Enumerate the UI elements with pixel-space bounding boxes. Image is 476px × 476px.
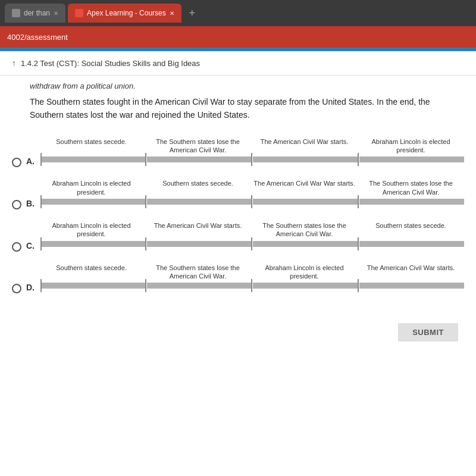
option-row-b: Abraham Lincoln is elected president. So… [12, 179, 464, 209]
timeline-bar-b [40, 199, 464, 205]
back-icon[interactable]: ↑ [12, 58, 16, 68]
seg-b-2 [147, 199, 253, 205]
option-row-a: Southern states secede. The Southern sta… [12, 137, 464, 168]
event-c-2: The American Civil War starts. [145, 221, 251, 239]
option-label-row-a: A. [12, 156, 464, 167]
event-d-4: The American Civil War starts. [358, 264, 464, 281]
timeline-d: Southern states secede. The Southern sta… [38, 264, 464, 281]
content-area: ↑ 1.4.2 Test (CST): Social Studies Skill… [0, 51, 476, 476]
seg-d-3 [253, 283, 359, 289]
seg-a-1 [40, 156, 147, 162]
tab-der-than[interactable]: der than ✕ [5, 4, 65, 23]
option-label-row-b: B. [12, 199, 464, 209]
address-bar: 4002/assessment [0, 26, 476, 48]
seg-c-3 [253, 241, 359, 247]
event-b-1: Abraham Lincoln is elected president. [38, 179, 145, 196]
event-a-3: The American Civil War starts. [251, 137, 358, 155]
tab-apex[interactable]: Apex Learning - Courses ✕ [68, 4, 181, 23]
event-c-3: The Southern states lose the American Ci… [251, 221, 358, 239]
event-a-4: Abraham Lincoln is elected president. [358, 137, 464, 155]
events-row-c: Abraham Lincoln is elected president. Th… [38, 221, 464, 239]
events-row-a: Southern states secede. The Southern sta… [38, 137, 464, 155]
seg-b-1 [40, 199, 147, 205]
tab-close-2[interactable]: ✕ [170, 10, 174, 17]
question-area: Southern states secede. The Southern sta… [0, 137, 476, 317]
passage-area: withdraw from a political union. The Sou… [0, 76, 476, 137]
events-row-d: Southern states secede. The Southern sta… [38, 264, 464, 281]
event-b-3: The American Civil War War starts. [251, 179, 358, 196]
tab-icon-1 [12, 9, 20, 17]
event-d-2: The Southern states lose the American Ci… [145, 264, 251, 281]
seg-a-2 [147, 156, 253, 162]
tab-icon-2 [75, 9, 83, 17]
event-c-1: Abraham Lincoln is elected president. [38, 221, 145, 239]
option-row-c: Abraham Lincoln is elected president. Th… [12, 221, 464, 252]
seg-d-4 [359, 283, 465, 289]
passage-partial: withdraw from a political union. [30, 82, 458, 90]
event-d-3: Abraham Lincoln is elected president. [251, 264, 358, 281]
timeline-c: Abraham Lincoln is elected president. Th… [38, 221, 464, 239]
option-row-d: Southern states secede. The Southern sta… [12, 264, 464, 294]
event-c-4: Southern states secede. [358, 221, 464, 239]
event-b-4: The Southern states lose the American Ci… [358, 179, 464, 196]
timeline-bar-d [40, 283, 464, 289]
tab-label-1: der than [24, 9, 50, 17]
timeline-a: Southern states secede. The Southern sta… [38, 137, 464, 155]
submit-area: SUBMIT [0, 317, 476, 353]
tab-label-2: Apex Learning - Courses [87, 9, 166, 17]
address-text: 4002/assessment [7, 33, 68, 42]
seg-c-4 [359, 241, 465, 247]
header-title: 1.4.2 Test (CST): Social Studies Skills … [21, 59, 200, 68]
seg-a-4 [359, 156, 465, 162]
option-letter-d: D. [26, 283, 38, 292]
add-tab-button[interactable]: + [184, 5, 201, 21]
radio-a[interactable] [12, 158, 21, 167]
radio-b[interactable] [12, 200, 21, 209]
seg-a-3 [253, 156, 359, 162]
option-letter-a: A. [26, 156, 38, 166]
event-a-2: The Southern states lose the American Ci… [145, 137, 251, 155]
events-row-b: Abraham Lincoln is elected president. So… [38, 179, 464, 196]
option-letter-c: C. [26, 241, 38, 250]
event-a-1: Southern states secede. [38, 137, 145, 155]
submit-button[interactable]: SUBMIT [398, 323, 458, 342]
radio-d[interactable] [12, 284, 21, 293]
event-b-2: Southern states secede. [145, 179, 251, 196]
browser-chrome: der than ✕ Apex Learning - Courses ✕ + [0, 0, 476, 26]
seg-d-2 [147, 283, 253, 289]
option-letter-b: B. [26, 199, 38, 208]
seg-b-3 [253, 199, 359, 205]
event-d-1: Southern states secede. [38, 264, 145, 281]
seg-d-1 [40, 283, 147, 289]
passage-body: The Southern states fought in the Americ… [30, 95, 458, 122]
option-label-row-c: C. [12, 241, 464, 252]
radio-c[interactable] [12, 242, 21, 252]
timeline-b: Abraham Lincoln is elected president. So… [38, 179, 464, 196]
option-label-row-d: D. [12, 283, 464, 293]
seg-c-2 [147, 241, 253, 247]
page-header: ↑ 1.4.2 Test (CST): Social Studies Skill… [0, 51, 476, 76]
seg-c-1 [40, 241, 147, 247]
tab-close-1[interactable]: ✕ [54, 10, 58, 17]
seg-b-4 [359, 199, 465, 205]
timeline-bar-c [40, 241, 464, 247]
timeline-bar-a [40, 156, 464, 162]
